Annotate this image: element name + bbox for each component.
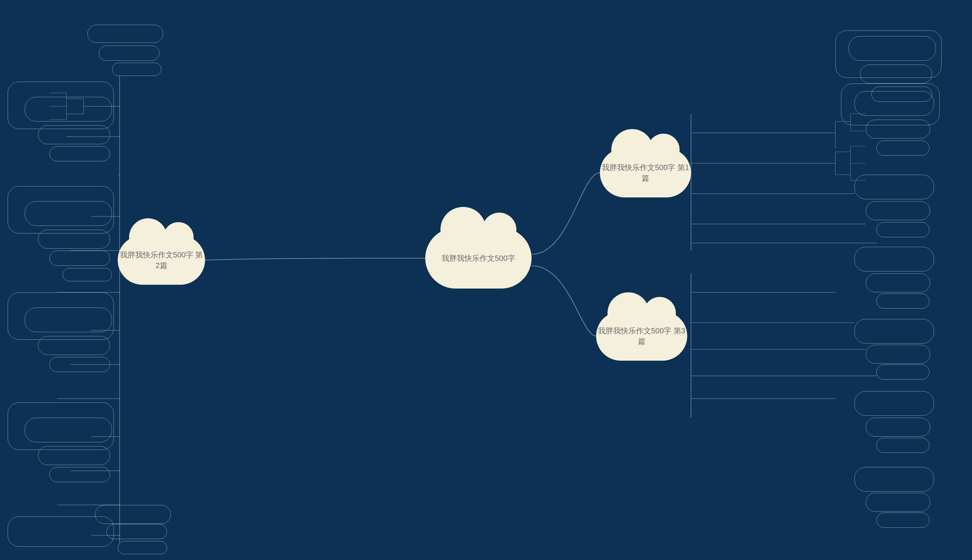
- center-cloud[interactable]: 我胖我快乐作文500字: [425, 228, 532, 288]
- left-cloud-label: 我胖我快乐作文500字 第2篇: [118, 250, 205, 271]
- right-bottom-cloud-label: 我胖我快乐作文500字 第3篇: [596, 325, 687, 347]
- right-top-cloud-label: 我胖我快乐作文500字 第1篇: [600, 162, 691, 183]
- left-cloud[interactable]: 我胖我快乐作文500字 第2篇: [118, 235, 205, 285]
- right-top-cloud[interactable]: 我胖我快乐作文500字 第1篇: [600, 148, 691, 197]
- mind-map-container: 我胖我快乐作文500字 我胖我快乐作文500字 第2篇 我胖我快乐作文500字 …: [0, 0, 972, 560]
- center-cloud-label: 我胖我快乐作文500字: [442, 253, 515, 263]
- right-bottom-cloud[interactable]: 我胖我快乐作文500字 第3篇: [596, 311, 687, 361]
